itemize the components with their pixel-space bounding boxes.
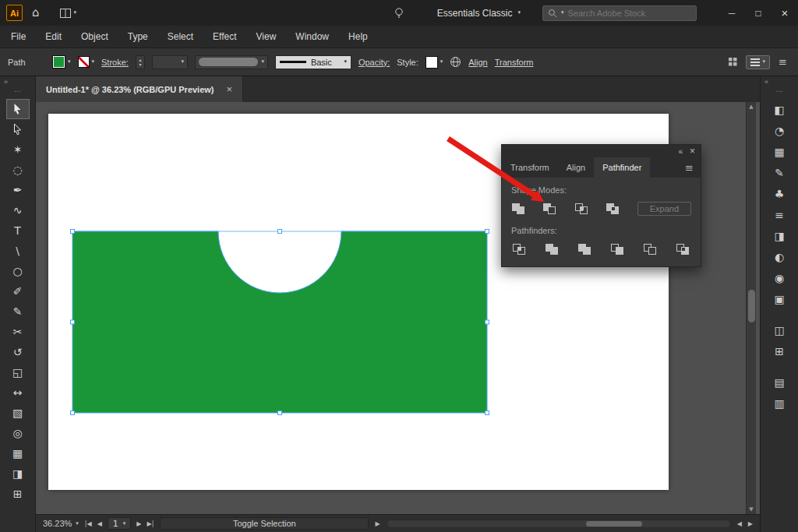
graphic-style-control[interactable]: ▾ [425,56,443,69]
intersect-button[interactable] [574,202,588,216]
brushes-icon[interactable]: ✎ [768,162,791,183]
color-guide-icon[interactable]: ◔ [768,120,791,141]
maximize-button[interactable]: □ [745,0,772,26]
search-input[interactable] [568,9,691,18]
tab-pathfinder[interactable]: Pathfinder [594,157,650,178]
trim-button[interactable] [544,242,560,256]
artboards-icon[interactable]: ⊞ [768,340,791,361]
minus-back-button[interactable] [675,242,690,256]
width-tool[interactable]: ↔ [6,382,30,403]
status-popup-icon[interactable]: ▶ [375,520,380,527]
asset-export-icon[interactable]: ▤ [768,372,791,393]
fill-swatch[interactable] [52,55,65,69]
selection-tool[interactable] [6,99,30,119]
menu-object[interactable]: Object [81,31,108,42]
ellipse-tool[interactable]: ○ [6,261,30,281]
color-icon[interactable]: ◧ [768,99,791,120]
arrange-documents-button[interactable]: ▾ [60,9,77,18]
menu-select[interactable]: Select [168,31,193,42]
controlbar-menu-icon[interactable]: ≡ [779,56,787,68]
swatches-icon[interactable]: ▦ [768,141,791,162]
scroll-right-icon[interactable]: ▶ [748,520,753,527]
exclude-button[interactable] [606,202,620,216]
panel-preset-button[interactable]: ▾ [746,55,771,69]
last-artboard-button[interactable]: ▶| [147,520,154,527]
vertical-scrollbar[interactable]: ▲ ▼ [746,102,756,514]
horizontal-scrollbar[interactable] [387,520,731,528]
direct-selection-tool[interactable] [6,119,30,139]
graphic-style-swatch[interactable] [425,56,438,69]
unite-button[interactable] [511,202,525,216]
expand-panel-icon[interactable]: » [0,79,12,86]
pen-tool[interactable]: ✒ [6,180,30,200]
globe-icon[interactable] [450,56,461,68]
close-button[interactable]: × [772,0,798,26]
scroll-left-icon[interactable]: ◀ [737,520,742,527]
curvature-tool[interactable]: ∿ [6,200,30,220]
document-tab[interactable]: Untitled-1* @ 36.23% (RGB/GPU Preview) × [36,76,243,102]
handle-top-right[interactable] [486,230,489,234]
panel-menu-icon[interactable]: ≡ [685,157,701,178]
shape-builder-tool[interactable]: ◎ [6,423,30,443]
type-tool[interactable]: T [6,220,30,241]
horizontal-scroll-thumb[interactable] [586,521,642,527]
lasso-tool[interactable]: ◌ [6,160,30,180]
stroke-color-control[interactable]: ▾ [78,56,95,68]
close-panel-icon[interactable]: × [690,146,695,156]
handle-bottom-left[interactable] [71,411,75,415]
merge-button[interactable] [577,242,592,256]
appearance-icon[interactable]: ◉ [768,267,791,288]
rotate-tool[interactable]: ↺ [6,342,30,362]
scroll-up-icon[interactable]: ▲ [747,104,756,110]
paintbrush-tool[interactable]: ✐ [6,281,30,301]
brush-definition-select[interactable]: ▾ [195,55,268,69]
scissors-tool[interactable]: ✂ [6,322,30,342]
scale-tool[interactable]: ◱ [6,362,30,382]
gradient-tool[interactable]: ◨ [6,463,30,484]
mesh-tool[interactable]: ▦ [6,443,30,463]
first-artboard-button[interactable]: |◀ [85,520,92,527]
stroke-weight-stepper[interactable]: ▴ ▾ [136,55,145,69]
menu-window[interactable]: Window [295,31,329,42]
menu-file[interactable]: File [11,31,26,42]
minus-front-button[interactable] [542,202,556,216]
home-icon[interactable]: ⌂ [32,7,40,19]
line-segment-tool[interactable]: \ [6,241,30,261]
menu-help[interactable]: Help [348,31,368,42]
collapse-panel-icon[interactable]: « [678,147,683,156]
artboard-tool[interactable]: ⊞ [6,484,30,504]
stroke-none-swatch[interactable] [78,56,90,68]
menu-view[interactable]: View [256,31,277,42]
discover-bulb-icon[interactable] [394,7,404,19]
previous-artboard-button[interactable]: ◀ [97,520,102,527]
pencil-tool[interactable]: ✎ [6,301,30,322]
transform-link[interactable]: Transform [495,58,534,67]
grid-options-icon[interactable] [729,58,737,66]
workspace-switcher[interactable]: Essentials Classic ▾ [437,8,521,19]
opacity-label[interactable]: Opacity: [358,58,390,67]
expand-button[interactable]: Expand [637,202,691,216]
minimize-button[interactable]: ─ [719,0,745,26]
crop-button[interactable] [609,242,625,256]
divide-button[interactable] [511,242,527,256]
handle-mid-right[interactable] [486,320,489,324]
layers-icon[interactable]: ◫ [768,319,791,340]
status-display[interactable]: Toggle Selection [160,517,369,530]
zoom-control[interactable]: 36.23% ▾ [43,519,79,528]
expand-dock-icon[interactable]: « [761,79,772,86]
stroke-icon[interactable]: ≡ [768,204,791,225]
canvas[interactable]: « × Transform Align Pathfinder ≡ Shape M… [36,102,760,514]
symbols-icon[interactable]: ♣ [768,183,791,204]
align-link[interactable]: Align [468,58,487,67]
adobe-stock-search[interactable]: ▾ [542,5,697,21]
tab-align[interactable]: Align [558,157,594,178]
libraries-icon[interactable]: ▥ [768,393,791,414]
vertical-scroll-thumb[interactable] [748,290,755,322]
green-shape[interactable] [72,231,487,413]
stroke-weight-label[interactable]: Stroke: [101,58,129,67]
outline-button[interactable] [642,242,658,256]
menu-effect[interactable]: Effect [213,31,236,42]
free-transform-tool[interactable]: ▧ [6,403,30,423]
handle-bottom-center[interactable] [278,411,282,415]
artboard-number-select[interactable]: 1 ▾ [108,517,132,530]
